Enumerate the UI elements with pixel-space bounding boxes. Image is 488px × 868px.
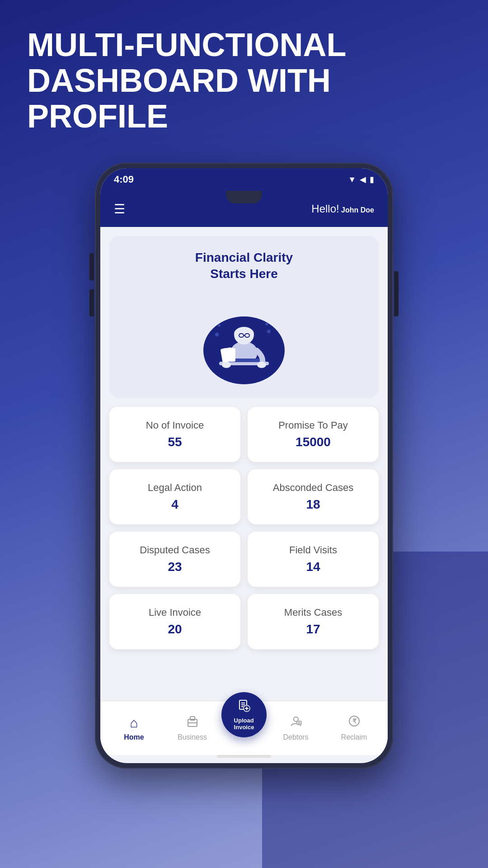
nav-upload-invoice-label: UploadInvoice (234, 717, 254, 731)
greeting-text: Hello! (311, 203, 339, 215)
stat-card-disputed-cases[interactable]: Disputed Cases23 (109, 532, 240, 587)
nav-home[interactable]: ⌂ Home (105, 715, 163, 741)
nav-home-label: Home (124, 733, 144, 741)
nav-reclaim[interactable]: ₹ Reclaim (325, 715, 383, 741)
stat-label: Legal Action (118, 482, 231, 494)
nav-reclaim-label: Reclaim (341, 733, 367, 741)
stat-value: 15000 (257, 435, 370, 449)
stat-card-merits-cases[interactable]: Merits Cases17 (248, 594, 379, 649)
power-button (394, 271, 399, 316)
stat-label: Promise To Pay (257, 420, 370, 431)
stat-card-promise-to-pay[interactable]: Promise To Pay15000 (248, 407, 379, 462)
stat-label: Absconded Cases (257, 482, 370, 494)
volume-up-button (89, 253, 94, 280)
page-background-title: MULTI-FUNCTIONAL DASHBOARD WITH PROFILE (27, 27, 347, 135)
stat-value: 17 (257, 622, 370, 637)
phone-screen: 4:09 ▼ ◀ ▮ ☰ Hello! John Doe (100, 168, 388, 763)
svg-text:₹: ₹ (352, 717, 356, 725)
stat-card-live-invoice[interactable]: Live Invoice20 (109, 594, 240, 649)
user-name: John Doe (341, 206, 374, 214)
svg-rect-28 (297, 721, 301, 725)
stat-label: Field Visits (257, 544, 370, 556)
stat-value: 23 (118, 560, 231, 574)
stat-value: 4 (118, 497, 231, 512)
svg-point-7 (222, 362, 231, 368)
status-icons: ▼ ◀ ▮ (348, 175, 374, 184)
svg-rect-12 (224, 348, 235, 362)
stat-label: Merits Cases (257, 607, 370, 618)
nav-business-label: Business (178, 733, 207, 741)
camera-notch (226, 191, 262, 203)
home-indicator (217, 755, 271, 758)
stat-card-absconded-cases[interactable]: Absconded Cases18 (248, 469, 379, 524)
status-time: 4:09 (114, 174, 134, 185)
wifi-icon: ▼ (348, 175, 356, 184)
banner-card: Financial Clarity Starts Here (109, 236, 379, 398)
nav-debtors[interactable]: Debtors (267, 715, 325, 741)
nav-business[interactable]: Business (163, 715, 221, 741)
phone-outer-frame: 4:09 ▼ ◀ ▮ ☰ Hello! John Doe (95, 163, 393, 769)
status-bar: 4:09 ▼ ◀ ▮ (100, 168, 388, 191)
stat-label: Disputed Cases (118, 544, 231, 556)
app-content: Financial Clarity Starts Here (100, 227, 388, 701)
debtors-icon (290, 715, 302, 731)
volume-down-button (89, 289, 94, 316)
stat-label: Live Invoice (118, 607, 231, 618)
signal-icon: ◀ (360, 175, 366, 184)
stats-grid: No of Invoice55Promise To Pay15000Legal … (109, 407, 379, 649)
stat-card-no-of-invoice[interactable]: No of Invoice55 (109, 407, 240, 462)
svg-point-8 (257, 362, 266, 368)
stat-value: 18 (257, 497, 370, 512)
banner-illustration (118, 289, 370, 389)
hamburger-menu-button[interactable]: ☰ (114, 202, 125, 217)
phone-mockup: 4:09 ▼ ◀ ▮ ☰ Hello! John Doe (95, 163, 393, 769)
stat-label: No of Invoice (118, 420, 231, 431)
stat-value: 55 (118, 435, 231, 449)
upload-invoice-icon (237, 698, 251, 716)
stat-value: 14 (257, 560, 370, 574)
greeting-container: Hello! John Doe (311, 203, 374, 215)
stat-card-legal-action[interactable]: Legal Action4 (109, 469, 240, 524)
svg-point-16 (265, 323, 268, 326)
stat-value: 20 (118, 622, 231, 637)
svg-point-13 (215, 333, 219, 336)
battery-icon: ▮ (370, 175, 374, 184)
stat-card-field-visits[interactable]: Field Visits14 (248, 532, 379, 587)
business-icon (186, 715, 199, 731)
svg-point-15 (267, 330, 271, 333)
banner-title: Financial Clarity Starts Here (118, 250, 370, 283)
nav-debtors-label: Debtors (283, 733, 308, 741)
reclaim-icon: ₹ (348, 715, 361, 731)
home-icon: ⌂ (130, 715, 138, 731)
svg-point-14 (218, 324, 221, 327)
bottom-navigation: ⌂ Home Business (100, 701, 388, 755)
nav-upload-invoice-fab[interactable]: UploadInvoice (221, 692, 267, 737)
